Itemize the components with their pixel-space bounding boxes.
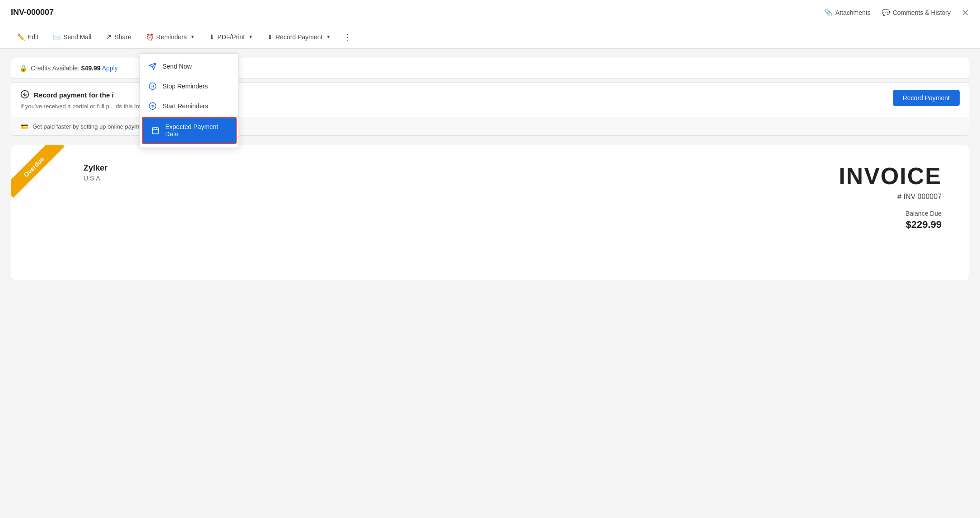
stop-icon: [148, 82, 157, 91]
lock-icon: [19, 65, 27, 72]
company-name: Zylker: [84, 163, 107, 173]
reminders-dropdown-menu: Send Now Stop Reminders Start Reminders …: [140, 53, 239, 148]
share-icon: [106, 32, 112, 41]
edit-button[interactable]: Edit: [11, 30, 45, 44]
balance-due-label: Balance Due: [839, 210, 942, 217]
credits-text: Credits Available: $49.99 Apply: [31, 65, 118, 72]
balance-due-amount: $229.99: [839, 219, 942, 231]
edit-label: Edit: [28, 33, 38, 41]
credit-card-icon: [20, 123, 28, 130]
record-payment-toolbar-label: Record Payment: [275, 33, 322, 41]
expected-payment-date-label: Expected Payment Date: [165, 123, 228, 138]
company-country: U.S.A.: [84, 175, 107, 182]
stop-reminders-label: Stop Reminders: [163, 83, 208, 90]
pdf-caret-icon: ▼: [248, 34, 253, 39]
paperclip-icon: [824, 9, 833, 17]
reminders-label: Reminders: [156, 33, 187, 41]
comment-icon: [882, 9, 890, 17]
edit-icon: [17, 33, 25, 41]
record-payment-button[interactable]: Record Payment: [893, 90, 960, 106]
apply-link[interactable]: Apply: [102, 65, 118, 72]
payment-card-title: Record payment for the i: [34, 91, 114, 99]
pdf-icon: [209, 33, 215, 41]
overdue-ribbon-wrapper: Overdue: [11, 145, 70, 204]
more-options-button[interactable]: ⋮: [339, 28, 357, 46]
invoice-right: INVOICE # INV-000007 Balance Due $229.99: [839, 163, 942, 231]
toolbar: Edit Send Mail Share Reminders ▼ Send No…: [0, 25, 980, 49]
reminders-button[interactable]: Reminders ▼: [140, 30, 201, 44]
reminders-dropdown-wrapper: Reminders ▼ Send Now Stop Reminders St: [140, 30, 201, 44]
dropdown-item-expected-payment-date[interactable]: Expected Payment Date: [142, 117, 237, 144]
share-button[interactable]: Share: [99, 29, 137, 45]
invoice-number: # INV-000007: [839, 193, 942, 201]
pdf-print-label: PDF/Print: [217, 33, 245, 41]
calendar-icon: [151, 126, 160, 135]
invoice-from: Zylker U.S.A.: [84, 163, 107, 182]
record-payment-toolbar-button[interactable]: Record Payment ▼: [261, 30, 337, 44]
svg-point-2: [149, 83, 156, 89]
record-icon: [267, 33, 273, 41]
send-mail-button[interactable]: Send Mail: [47, 30, 98, 44]
credits-amount: $49.99: [81, 65, 101, 72]
svg-point-5: [149, 102, 156, 109]
overdue-ribbon: Overdue: [11, 145, 65, 198]
invoice-content: Zylker U.S.A. INVOICE # INV-000007 Balan…: [11, 145, 969, 249]
invoice-title: INVOICE: [839, 163, 942, 189]
close-button[interactable]: ✕: [961, 8, 969, 17]
send-mail-label: Send Mail: [63, 33, 91, 41]
dropdown-item-stop-reminders[interactable]: Stop Reminders: [140, 76, 238, 96]
svg-marker-6: [152, 105, 154, 107]
send-now-icon: [148, 62, 157, 71]
comments-history-button[interactable]: Comments & History: [882, 9, 951, 17]
send-now-label: Send Now: [163, 63, 192, 70]
bell-icon: [146, 33, 154, 41]
download-icon: [20, 90, 29, 100]
header-actions: Attachments Comments & History ✕: [824, 8, 969, 17]
credits-label: Credits Available:: [31, 65, 79, 72]
header: INV-000007 Attachments Comments & Histor…: [0, 0, 980, 25]
start-reminders-label: Start Reminders: [163, 102, 208, 110]
invoice-id: INV-000007: [11, 8, 54, 17]
pdf-print-button[interactable]: PDF/Print ▼: [203, 30, 259, 44]
dropdown-item-send-now[interactable]: Send Now: [140, 56, 238, 76]
attachments-button[interactable]: Attachments: [824, 9, 871, 17]
share-label: Share: [114, 33, 131, 41]
attachments-label: Attachments: [835, 9, 871, 16]
start-icon: [148, 102, 157, 111]
comments-label: Comments & History: [893, 9, 951, 16]
dropdown-item-start-reminders[interactable]: Start Reminders: [140, 96, 238, 116]
mail-icon: [53, 33, 61, 41]
svg-rect-7: [152, 128, 159, 134]
reminders-caret-icon: ▼: [190, 34, 195, 39]
invoice-document: Overdue Zylker U.S.A. INVOICE # INV-0000…: [11, 145, 969, 280]
record-caret-icon: ▼: [326, 34, 331, 39]
